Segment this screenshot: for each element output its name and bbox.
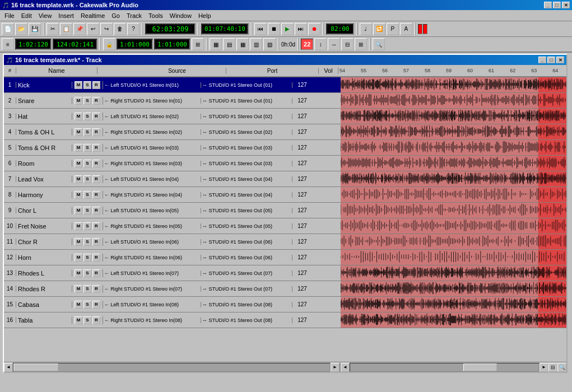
- waveform-row[interactable]: [341, 312, 566, 328]
- track-minimize-button[interactable]: _: [538, 57, 546, 63]
- rec-button[interactable]: R: [92, 113, 100, 120]
- solo-button[interactable]: S: [83, 128, 91, 136]
- record-button[interactable]: ⏺: [308, 23, 320, 35]
- view-btn4[interactable]: ▥: [250, 38, 262, 50]
- mute-button[interactable]: M: [75, 301, 82, 309]
- solo-button[interactable]: S: [83, 222, 91, 230]
- solo-button[interactable]: S: [83, 175, 91, 183]
- track-row[interactable]: 5 Toms & OH R M S R ← Left STUDI/O #1 St…: [4, 140, 341, 156]
- track-row[interactable]: 2 Snare M S R ← Right STUDI/O #1 Stereo …: [4, 93, 341, 109]
- rec-button[interactable]: R: [92, 238, 100, 246]
- hscroll-thumb[interactable]: [13, 363, 58, 371]
- help-button[interactable]: ?: [127, 23, 139, 35]
- wf-hscroll-right[interactable]: ►: [540, 363, 548, 372]
- rec-button[interactable]: R: [92, 207, 100, 214]
- mute-button[interactable]: M: [75, 191, 82, 199]
- view-btn3[interactable]: ▦: [236, 38, 249, 50]
- track-row[interactable]: 14 Rhodes R M S R ← Right STUDI/O #1 Ste…: [4, 281, 341, 297]
- copy-button[interactable]: 📋: [60, 23, 72, 35]
- rewind-button[interactable]: ⏮: [254, 23, 267, 35]
- menu-edit[interactable]: Edit: [18, 11, 35, 20]
- close-button[interactable]: ✕: [562, 2, 570, 8]
- snap-button[interactable]: 🔒: [103, 38, 115, 50]
- wf-zoom-in[interactable]: 🔍: [557, 363, 566, 372]
- rec-button[interactable]: R: [92, 81, 100, 89]
- track-maximize-button[interactable]: □: [547, 57, 555, 63]
- paste-button[interactable]: 📌: [73, 23, 86, 35]
- rec-button[interactable]: R: [92, 97, 100, 105]
- rec-button[interactable]: R: [92, 191, 100, 199]
- tb2-btn1[interactable]: ≡: [2, 38, 14, 50]
- solo-button[interactable]: S: [83, 301, 91, 309]
- view-btn1[interactable]: ▦: [210, 38, 222, 50]
- wf-hscroll-left[interactable]: ◄: [341, 363, 350, 372]
- mute-button[interactable]: M: [75, 175, 82, 183]
- menu-file[interactable]: File: [1, 11, 18, 20]
- mute-button[interactable]: M: [75, 238, 82, 246]
- redo-button[interactable]: ↪: [100, 23, 113, 35]
- waveform-row[interactable]: [341, 124, 566, 140]
- track-row[interactable]: 8 Harmony M S R ← Right STUDI/O #1 Stere…: [4, 187, 341, 203]
- solo-button[interactable]: S: [83, 316, 91, 324]
- skip-button[interactable]: ⏭: [295, 23, 307, 35]
- track-close-button[interactable]: ✕: [556, 57, 564, 63]
- waveform-row[interactable]: [341, 297, 566, 312]
- track-row[interactable]: 11 Chor R M S R ← Left STUDI/O #1 Stereo…: [4, 234, 341, 250]
- solo-button[interactable]: S: [83, 144, 91, 152]
- wf-zoom-out[interactable]: ⊟: [548, 363, 557, 372]
- punch-button[interactable]: P: [387, 23, 399, 35]
- waveform-row[interactable]: [341, 109, 566, 124]
- minimize-button[interactable]: _: [544, 2, 552, 8]
- tb2-btn5[interactable]: ⊟: [341, 38, 354, 50]
- rec-button[interactable]: R: [92, 301, 100, 309]
- track-row[interactable]: 1 Kick M S R ← Left STUDI/O #1 Stereo In…: [4, 77, 341, 93]
- track-row[interactable]: 13 Rhodes L M S R ← Left STUDI/O #1 Ster…: [4, 265, 341, 281]
- mute-button[interactable]: M: [75, 160, 82, 167]
- mute-button[interactable]: M: [75, 254, 82, 262]
- waveform-row[interactable]: [341, 140, 566, 156]
- rec-button[interactable]: R: [92, 144, 100, 152]
- wf-hscroll-thumb[interactable]: [463, 363, 497, 371]
- mute-button[interactable]: M: [75, 97, 82, 105]
- mute-button[interactable]: M: [75, 128, 82, 136]
- waveform-row[interactable]: [341, 187, 566, 203]
- track-row[interactable]: 6 Room M S R ← Right STUDI/O #1 Stereo I…: [4, 156, 341, 171]
- waveform-row[interactable]: [341, 250, 566, 265]
- waveform-row[interactable]: [341, 234, 566, 250]
- rec-button[interactable]: R: [92, 160, 100, 167]
- solo-button[interactable]: S: [83, 160, 91, 167]
- waveform-row[interactable]: [341, 93, 566, 109]
- tb2-btn3[interactable]: ↕: [314, 38, 327, 50]
- menu-tools[interactable]: Tools: [145, 11, 166, 20]
- solo-button[interactable]: S: [83, 285, 91, 293]
- track-row[interactable]: 16 Tabla M S R ← Right STUDI/O #1 Stereo…: [4, 312, 341, 328]
- open-button[interactable]: 📂: [15, 23, 27, 35]
- tb2-btn2[interactable]: ⊞: [192, 38, 204, 50]
- play-button[interactable]: ▶: [281, 23, 294, 35]
- rec-button[interactable]: R: [92, 316, 100, 324]
- track-row[interactable]: 12 Horn M S R ← Right STUDI/O #1 Stereo …: [4, 250, 341, 265]
- track-row[interactable]: 15 Cabasa M S R ← Left STUDI/O #1 Stereo…: [4, 297, 341, 312]
- waveform-row[interactable]: [341, 77, 566, 93]
- cut-button[interactable]: ✂: [46, 23, 59, 35]
- solo-button[interactable]: S: [83, 254, 91, 262]
- menu-realtime[interactable]: Realtime: [77, 11, 108, 20]
- undo-button[interactable]: ↩: [87, 23, 99, 35]
- menu-view[interactable]: View: [35, 11, 55, 20]
- rec-button[interactable]: R: [92, 254, 100, 262]
- waveform-row[interactable]: [341, 265, 566, 281]
- menu-help[interactable]: Help: [195, 11, 215, 20]
- track-row[interactable]: 7 Lead Vox M S R ← Left STUDI/O #1 Stere…: [4, 171, 341, 187]
- rec-button[interactable]: R: [92, 222, 100, 230]
- mute-button[interactable]: M: [75, 269, 82, 277]
- mute-button[interactable]: M: [75, 222, 82, 230]
- delete-button[interactable]: 🗑: [114, 23, 126, 35]
- track-row[interactable]: 3 Hat M S R ← Left STUDI/O #1 Stereo In(…: [4, 109, 341, 124]
- track-row[interactable]: 4 Toms & OH L M S R ← Right STUDI/O #1 S…: [4, 124, 341, 140]
- new-button[interactable]: 📄: [2, 23, 14, 35]
- hscroll-right[interactable]: ►: [331, 363, 340, 372]
- waveform-row[interactable]: [341, 218, 566, 234]
- solo-button[interactable]: S: [83, 113, 91, 120]
- menu-insert[interactable]: Insert: [55, 11, 77, 20]
- menu-go[interactable]: Go: [108, 11, 123, 20]
